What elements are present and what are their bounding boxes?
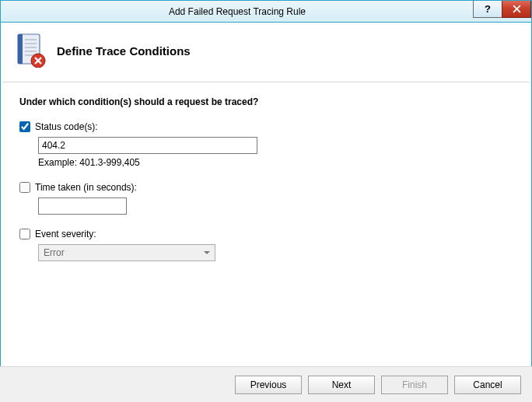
help-button[interactable]: ? [473,1,502,18]
svg-rect-3 [18,34,23,64]
event-severity-label[interactable]: Event severity: [35,229,96,239]
content-area: Under which condition(s) should a reques… [1,82,531,269]
status-codes-example: Example: 401.3-999,405 [38,157,513,168]
cancel-button[interactable]: Cancel [454,376,521,394]
status-codes-row: Status code(s): [19,121,513,132]
status-codes-checkbox[interactable] [19,121,30,132]
time-taken-label[interactable]: Time taken (in seconds): [35,182,137,193]
close-icon [513,5,521,13]
finish-button: Finish [381,376,448,394]
next-button[interactable]: Next [308,376,375,394]
titlebar: Add Failed Request Tracing Rule ? [1,1,531,23]
page-title: Define Trace Conditions [57,44,191,58]
prompt-text: Under which condition(s) should a reques… [19,96,513,107]
window-controls: ? [474,1,531,22]
event-severity-select: Error [38,244,215,261]
event-severity-select-wrap: Error [38,244,215,261]
time-taken-input[interactable] [38,198,127,215]
status-codes-input[interactable] [38,137,257,154]
close-button[interactable] [502,1,531,18]
window-title: Add Failed Request Tracing Rule [1,1,474,22]
event-severity-checkbox[interactable] [19,229,30,239]
wizard-header: Define Trace Conditions [1,23,531,82]
time-taken-row: Time taken (in seconds): [19,182,513,193]
wizard-icon [15,33,46,68]
time-taken-checkbox[interactable] [19,182,30,193]
wizard-footer: Previous Next Finish Cancel [0,366,532,402]
previous-button[interactable]: Previous [235,376,302,394]
status-codes-label[interactable]: Status code(s): [35,121,98,132]
event-severity-row: Event severity: [19,229,513,239]
